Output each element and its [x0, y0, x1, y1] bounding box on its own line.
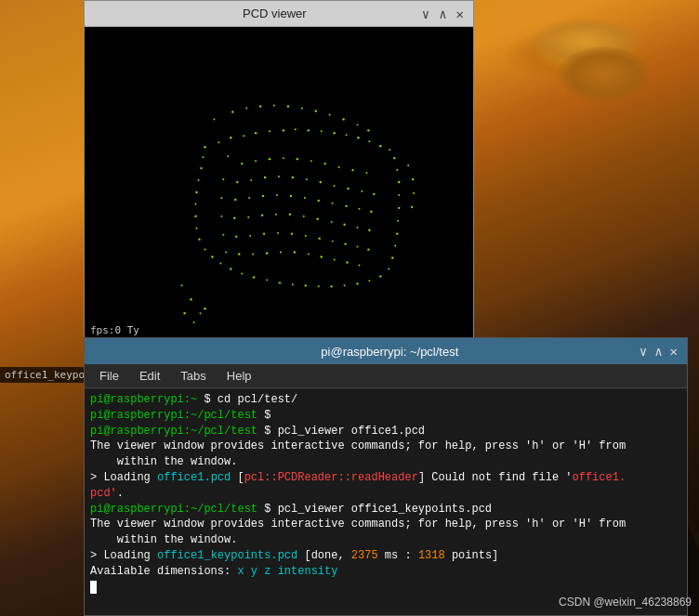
svg-point-22 [398, 194, 400, 196]
svg-point-58 [297, 158, 298, 160]
svg-point-66 [250, 179, 252, 181]
svg-point-68 [278, 176, 280, 177]
svg-point-7 [255, 132, 257, 134]
pcd-maximize-btn[interactable]: ∧ [437, 7, 448, 21]
svg-point-108 [332, 241, 334, 242]
svg-point-144 [411, 206, 413, 208]
svg-point-42 [219, 262, 221, 264]
svg-point-20 [396, 169, 398, 171]
watermark: CSDN @weixin_46238869 [559, 596, 692, 609]
svg-point-74 [361, 190, 363, 192]
svg-point-5 [230, 137, 231, 138]
svg-point-128 [204, 308, 205, 309]
svg-point-36 [292, 283, 294, 285]
pcd-title-buttons: ∨ ∧ ✕ [420, 7, 466, 21]
terminal-line: The viewer window provides interactive c… [90, 439, 681, 454]
svg-point-138 [342, 118, 344, 120]
svg-point-23 [398, 207, 400, 209]
pcd-close-btn[interactable]: ✕ [455, 7, 466, 21]
menu-file[interactable]: File [90, 367, 128, 385]
svg-point-57 [283, 157, 284, 159]
svg-point-82 [304, 197, 306, 199]
svg-point-63 [365, 172, 367, 174]
svg-point-16 [368, 140, 370, 142]
svg-point-83 [318, 200, 320, 202]
svg-point-91 [261, 215, 263, 216]
menu-edit[interactable]: Edit [130, 367, 169, 385]
svg-point-47 [194, 216, 196, 217]
svg-point-79 [262, 195, 264, 197]
svg-point-104 [277, 232, 279, 234]
svg-point-53 [227, 155, 229, 157]
svg-point-86 [358, 208, 360, 210]
svg-point-30 [368, 280, 370, 282]
svg-point-89 [233, 217, 235, 219]
svg-point-98 [357, 227, 359, 229]
svg-point-110 [357, 246, 359, 248]
terminal-close-btn[interactable]: ✕ [670, 344, 678, 359]
menu-help[interactable]: Help [218, 367, 261, 385]
svg-point-38 [266, 279, 268, 281]
svg-point-87 [370, 211, 372, 213]
svg-point-65 [236, 181, 238, 183]
svg-point-99 [368, 229, 370, 231]
terminal-maximize-btn[interactable]: ∧ [654, 344, 662, 359]
pcd-viewport: fps:0 Ty [85, 27, 473, 338]
svg-point-31 [356, 282, 358, 284]
svg-point-103 [263, 232, 265, 234]
svg-point-121 [346, 261, 348, 263]
svg-point-9 [283, 129, 284, 131]
svg-point-134 [287, 105, 289, 107]
point-cloud-svg [85, 27, 473, 338]
terminal-minimize-btn[interactable]: ∨ [640, 344, 647, 359]
svg-point-34 [318, 285, 320, 287]
terminal-line: > Loading office1_keypoints.pcd [done, 2… [90, 548, 681, 564]
svg-point-118 [308, 254, 310, 256]
terminal-line: pi@raspberrypi:~ $ cd pcl/test/ [90, 392, 681, 408]
svg-point-107 [319, 237, 321, 239]
svg-point-46 [196, 228, 198, 229]
svg-point-137 [329, 113, 331, 115]
svg-point-55 [255, 160, 257, 162]
svg-point-13 [333, 132, 335, 134]
menu-tabs[interactable]: Tabs [171, 367, 215, 385]
terminal-line: pi@raspberrypi:~/pcl/test $ pcl_viewer o… [90, 424, 681, 439]
svg-point-50 [198, 179, 200, 181]
svg-point-117 [294, 251, 296, 253]
terminal-line: The viewer window provides interactive c… [90, 517, 681, 532]
terminal-line: pi@raspberrypi:~/pcl/test $ [90, 408, 681, 424]
svg-point-81 [290, 195, 292, 197]
svg-point-100 [222, 234, 224, 236]
svg-point-18 [389, 149, 390, 151]
svg-point-124 [190, 298, 191, 300]
terminal-titlebar: pi@raspberrypi: ~/pcl/test ∨ ∧ ✕ [85, 338, 687, 364]
svg-point-29 [379, 275, 381, 277]
svg-point-90 [247, 216, 249, 218]
svg-point-77 [234, 199, 236, 201]
svg-point-60 [324, 163, 326, 164]
svg-point-94 [303, 216, 305, 217]
pcd-minimize-btn[interactable]: ∨ [420, 7, 431, 21]
pcd-title: PCD viewer [129, 7, 420, 20]
svg-point-97 [343, 224, 345, 226]
svg-point-17 [379, 145, 381, 147]
svg-point-40 [241, 272, 243, 274]
svg-point-131 [245, 107, 247, 109]
svg-point-129 [213, 118, 215, 120]
svg-point-116 [280, 252, 282, 254]
svg-point-78 [248, 197, 250, 199]
svg-point-62 [351, 169, 353, 171]
svg-point-132 [259, 105, 261, 107]
terminal-window: pi@raspberrypi: ~/pcl/test ∨ ∧ ✕ File Ed… [84, 337, 688, 616]
svg-point-127 [193, 321, 195, 323]
svg-point-33 [330, 285, 332, 287]
svg-point-113 [238, 253, 240, 255]
svg-point-111 [367, 248, 369, 250]
svg-point-115 [266, 252, 268, 254]
svg-point-26 [394, 245, 396, 247]
svg-point-71 [320, 181, 322, 183]
svg-point-3 [204, 146, 205, 148]
svg-point-15 [357, 137, 359, 138]
svg-point-49 [195, 191, 197, 193]
svg-point-27 [391, 256, 393, 258]
